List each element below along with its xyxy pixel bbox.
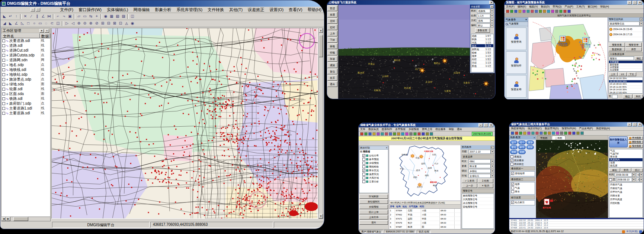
pager-button[interactable]: 上页 [609,72,618,76]
scene-pill-button[interactable]: 标注 [518,145,526,149]
menu-item[interactable]: 数据实况 [367,127,380,131]
tree-checkbox[interactable] [362,158,365,161]
layer-checkbox[interactable] [2,102,5,105]
menu-item[interactable]: 数据(D) [539,5,551,9]
toolbar-icon[interactable]: ⋈ [46,14,52,19]
list-row[interactable]: 河流1:1万 [471,41,493,44]
menu-item[interactable]: 查询(Q) [551,5,563,9]
menu-item[interactable]: 乡镇预报 [407,127,420,131]
menu-item[interactable]: 产品(P) [563,5,574,9]
toolbar-icon[interactable]: ↵ [7,14,13,19]
toolbar-icon[interactable] [531,131,535,135]
toolbar-icon[interactable] [364,132,368,136]
query-close-button[interactable]: × [491,146,494,149]
signal-item[interactable]: 冰冻预警信号 [462,201,494,205]
sidebar-big-button[interactable]: 预警发布 [506,75,526,98]
nav-button[interactable]: 复位 [327,69,337,74]
sidebar-big-button[interactable]: 预警查询 [506,27,526,50]
grid-row[interactable]: 57468 103.41 24.53 1926.0 10.6 [509,227,644,229]
stat-item[interactable]: 日降水量 [609,194,643,198]
layer-file-row[interactable]: ● 地铁站.sdp 点 [1,72,50,77]
layer-item[interactable]: 气温 [510,186,535,190]
field-value[interactable]: 全省站点 [468,174,491,178]
tree-checkbox[interactable] [362,173,365,176]
menu-item[interactable]: 编辑(E) [516,5,528,9]
toolbar-icon[interactable]: ◣ [7,21,13,26]
menu-item[interactable]: 预警制作(M) [560,127,578,130]
toolbar-icon[interactable] [543,10,546,13]
menu-item[interactable]: 文件(F) [57,7,76,13]
toolbar-icon[interactable]: ✕ [22,14,28,19]
menu-item[interactable]: 系统库管理(S) [174,7,205,13]
toolbar-icon[interactable]: ◉ [129,21,135,26]
warning-item[interactable]: 2004-04-26 15:45 [609,27,643,32]
nav-button[interactable]: 退出 [327,81,337,87]
list-row[interactable]: 地名1:2万 [471,44,493,48]
toolbar-icon[interactable] [580,131,584,135]
start-hour[interactable]: 08 [636,173,640,177]
query-tab[interactable]: 查询 [621,168,632,172]
toolbar-icon[interactable] [417,132,421,136]
toolbar-icon[interactable] [560,131,563,135]
nav-button[interactable]: 上升 [327,31,337,36]
table-row[interactable]: 04-26 17:00 42% [609,91,643,94]
field-value[interactable]: 道路线 [477,9,490,13]
toolbar-icon[interactable]: ⊟ [106,21,112,26]
tree-checkbox[interactable] [362,169,365,172]
warning-type-item[interactable]: 暴雨预警 [609,64,643,66]
toolbar-icon[interactable] [544,131,547,135]
toolbar-icon[interactable]: ▧ [115,14,121,19]
toolbar-icon[interactable]: ∠ [13,21,19,26]
table-row[interactable]: 1 57554 岳阳 小雨 08:00 [389,209,461,213]
end-hour[interactable]: 20 [636,178,640,182]
layer-checkbox[interactable] [2,54,5,57]
field-value[interactable]: 08时 [468,159,491,163]
toolbar-icon[interactable] [518,10,522,13]
toolbar-icon[interactable]: ⊖ [82,21,88,26]
date-box[interactable]: 2007年01月10日 [472,132,493,136]
toolbar-icon[interactable] [539,10,542,13]
toolbar-icon[interactable]: ▭ [37,21,43,26]
menu-item[interactable]: 窗口操作(W) [76,7,104,13]
warning-filter[interactable]: 最新预警信息 [609,22,640,26]
toolbar-icon[interactable] [74,14,75,19]
layer-checkbox[interactable] [2,64,5,66]
toolbar-icon[interactable] [576,131,580,135]
toolbar-icon[interactable]: ▭ [82,14,88,19]
tree-item[interactable]: 台站分布 [359,154,388,157]
minimize-button[interactable]: – [478,123,483,127]
warning-item[interactable]: 2004-04-26 17:15 [609,32,643,37]
panel-button[interactable]: 预警管理 [625,43,642,47]
menu-item[interactable]: 县市预报 [394,127,407,131]
toolbar-icon[interactable] [514,10,518,13]
option-row[interactable]: 图层独立 [509,162,536,166]
element-item[interactable]: 气温TM [609,152,643,155]
toolbar-icon[interactable] [568,131,571,135]
side-button[interactable]: 乡镇预报 [359,205,388,209]
toolbar-icon[interactable]: ⊂ [49,21,55,26]
layer-checkbox[interactable] [2,107,5,110]
menu-item[interactable]: 视图(V) [528,5,539,9]
panel-close-button[interactable]: × [45,29,49,33]
menu-item[interactable]: 影象分析 [152,7,174,13]
list-row[interactable]: 居民地1:1万 [471,48,493,51]
vertical-scrollbar[interactable]: ▲ ▼ [318,28,323,219]
close-button[interactable]: × [638,1,642,4]
toolbar-icon[interactable] [556,131,559,135]
menu-item[interactable]: 资料上传 [420,127,434,131]
params-button[interactable]: 参数设置 [475,28,490,33]
menu-item[interactable]: 帮助(H) [305,7,324,13]
toolbar-icon[interactable]: ◉ [103,14,109,19]
page-input[interactable] [612,95,618,98]
toolbar-icon[interactable] [401,132,404,136]
nav-button[interactable]: 加速 [327,56,337,62]
toolbar-icon[interactable]: ⌐ [55,14,61,19]
title-bar[interactable]: 湖南省气象业务技术平台 - 专业气象服务系统 – □ × [359,123,495,127]
layer-item[interactable]: 地形 [510,182,535,186]
query-button[interactable]: 上一步 [462,183,477,188]
mdi-restore-button[interactable]: □ [36,8,40,12]
menu-item[interactable]: 产品发布(P) [577,127,594,130]
stat-item[interactable]: 日照时数 [609,201,643,205]
toolbar-icon[interactable] [535,131,539,135]
to-checkbox[interactable] [609,178,612,181]
